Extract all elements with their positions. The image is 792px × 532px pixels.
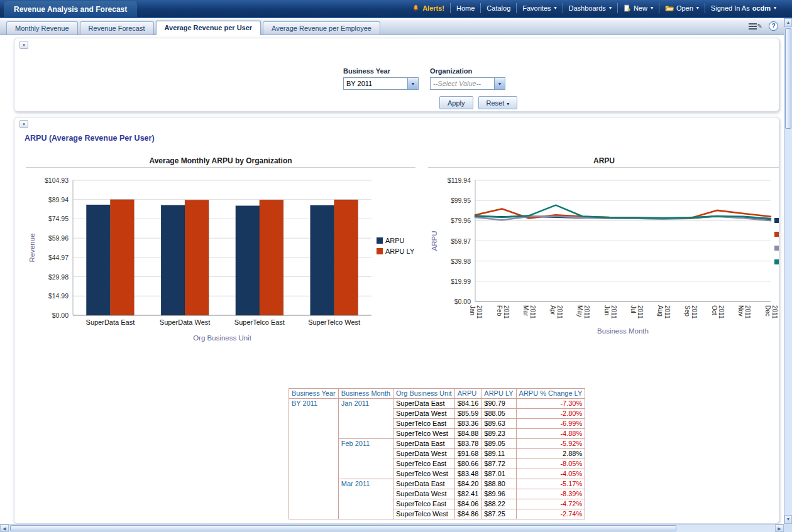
svg-text:$79.96: $79.96: [451, 217, 471, 224]
svg-text:$44.97: $44.97: [48, 254, 69, 261]
arpu-ly-cell: $90.79: [481, 399, 516, 409]
svg-text:$74.95: $74.95: [48, 215, 69, 222]
collapse-report-panel-button[interactable]: ▾: [19, 120, 28, 128]
scroll-left-icon[interactable]: ◀: [0, 524, 9, 532]
nav-item-favorites[interactable]: Favorites▾: [516, 3, 562, 13]
svg-text:Mar: Mar: [522, 305, 529, 317]
arpu-report-panel: ▾ ARPU (Average Revenue Per User) Averag…: [14, 117, 779, 524]
arpu-cell: $91.68: [454, 449, 481, 459]
dashboard-title: Revenue Analysis and Forecast: [4, 1, 137, 17]
svg-text:2011: 2011: [718, 305, 725, 319]
arpu-ly-cell: $89.96: [481, 489, 516, 499]
vertical-scroll-thumb[interactable]: [785, 28, 791, 129]
new-icon: [624, 4, 631, 12]
alerts-link[interactable]: Alerts!: [407, 3, 450, 13]
page-toolbar: ✎ ?: [749, 21, 778, 31]
svg-text:2011: 2011: [503, 305, 510, 319]
vertical-scrollbar[interactable]: ▲ ▼: [784, 18, 792, 524]
arpu-cell: $84.86: [454, 509, 481, 519]
svg-text:Oct: Oct: [711, 305, 718, 315]
org-cell: SuperData West: [393, 489, 454, 499]
organization-prompt: Organization --Select Value-- ▼: [430, 67, 505, 90]
chevron-down-icon: ▾: [651, 5, 653, 11]
svg-text:Jan: Jan: [469, 305, 476, 315]
pct-change-cell: -6.99%: [516, 419, 585, 429]
pencil-icon: ✎: [757, 23, 762, 30]
org-cell: SuperTelco West: [393, 469, 454, 479]
svg-text:Feb: Feb: [496, 305, 503, 317]
svg-text:$59.96: $59.96: [48, 234, 69, 242]
business-year-select[interactable]: BY 2011 ▼: [343, 77, 419, 90]
svg-text:2011: 2011: [691, 305, 698, 319]
pct-change-cell: -2.80%: [516, 409, 585, 419]
collapse-prompt-panel-button[interactable]: ▾: [19, 41, 28, 49]
nav-item-new[interactable]: New▾: [617, 3, 659, 13]
reset-button[interactable]: Reset▾: [478, 96, 518, 109]
dashboard-content: ▾ Business Year BY 2011 ▼ Organization -…: [0, 35, 784, 524]
bar: [86, 205, 110, 315]
page-options-icon[interactable]: ✎: [749, 23, 762, 30]
svg-text:ARPU: ARPU: [385, 237, 405, 244]
dropdown-arrow-icon[interactable]: ▼: [407, 78, 418, 89]
column-header: Org Business Unit: [393, 389, 454, 399]
tab-average-revenue-per-user[interactable]: Average Revenue per User: [156, 21, 261, 35]
horizontal-scroll-thumb[interactable]: [10, 525, 676, 531]
org-cell: SuperData East: [393, 399, 454, 409]
nav-item-open[interactable]: Open▾: [659, 3, 705, 13]
svg-text:May: May: [576, 305, 583, 317]
scroll-down-icon[interactable]: ▼: [784, 515, 792, 524]
arpu-ly-cell: $89.23: [481, 429, 516, 439]
svg-text:Dec: Dec: [764, 305, 771, 317]
alert-bell-icon: [412, 4, 419, 12]
dropdown-arrow-icon[interactable]: ▼: [494, 78, 505, 89]
arpu-cell: $80.66: [454, 459, 481, 469]
arpu-cell: $84.06: [454, 499, 481, 509]
help-icon[interactable]: ?: [769, 21, 778, 31]
svg-text:Business Month: Business Month: [597, 327, 649, 335]
org-cell: SuperData East: [393, 439, 454, 449]
business-year-prompt: Business Year BY 2011 ▼: [343, 67, 419, 90]
nav-item-catalog[interactable]: Catalog: [480, 3, 516, 13]
arpu-ly-cell: $88.80: [481, 479, 516, 489]
arpu-cell: $84.88: [454, 429, 481, 439]
arpu-ly-cell: $89.63: [481, 419, 516, 429]
svg-text:2011: 2011: [744, 305, 751, 319]
svg-text:$104.93: $104.93: [45, 176, 69, 184]
signed-in-menu[interactable]: Signed In As ocdm ▾: [705, 3, 782, 13]
horizontal-scrollbar[interactable]: ◀ ▶: [0, 524, 784, 532]
legend-swatch: [774, 218, 779, 223]
chevron-down-icon: ▾: [554, 5, 557, 11]
scroll-up-icon[interactable]: ▲: [784, 18, 792, 27]
nav-item-dashboards[interactable]: Dashboards▾: [563, 3, 617, 13]
svg-text:SuperTelco West: SuperTelco West: [308, 318, 360, 326]
pct-change-cell: -8.05%: [516, 459, 585, 469]
svg-text:Revenue: Revenue: [28, 233, 36, 262]
svg-text:SuperData East: SuperData East: [86, 318, 135, 326]
month-cell: Jan 2011: [338, 399, 393, 439]
legend-swatch: [377, 237, 383, 244]
tab-revenue-forecast[interactable]: Revenue Forecast: [80, 21, 154, 35]
nav-item-home[interactable]: Home: [450, 3, 480, 13]
apply-button[interactable]: Apply: [439, 96, 473, 109]
column-header: Business Month: [338, 389, 393, 399]
tab-monthly-revenue[interactable]: Monthly Revenue: [6, 21, 78, 35]
org-cell: SuperData West: [393, 409, 454, 419]
prompt-panel: ▾ Business Year BY 2011 ▼ Organization -…: [14, 38, 779, 112]
arpu-ly-cell: $89.05: [481, 439, 516, 449]
dashboard-tab-bar: Monthly RevenueRevenue ForecastAverage R…: [0, 19, 784, 35]
arpu-cell: $84.20: [454, 479, 481, 489]
organization-select[interactable]: --Select Value-- ▼: [430, 77, 505, 90]
pct-change-cell: -4.05%: [516, 469, 585, 479]
business-year-label: Business Year: [343, 67, 419, 75]
section-title: ARPU (Average Revenue Per User): [25, 134, 155, 143]
bar: [334, 200, 358, 315]
arpu-cell: $84.16: [454, 399, 481, 409]
column-header: ARPU: [454, 389, 481, 399]
svg-text:SuperTelco East: SuperTelco East: [234, 318, 285, 326]
pct-change-cell: -4.88%: [516, 429, 585, 439]
tab-average-revenue-per-employee[interactable]: Average Revenue per Employee: [263, 21, 380, 35]
arpu-cell: $82.41: [454, 489, 481, 499]
scroll-right-icon[interactable]: ▶: [775, 524, 784, 532]
year-cell: BY 2011: [289, 399, 339, 519]
svg-text:$0.00: $0.00: [52, 312, 69, 319]
